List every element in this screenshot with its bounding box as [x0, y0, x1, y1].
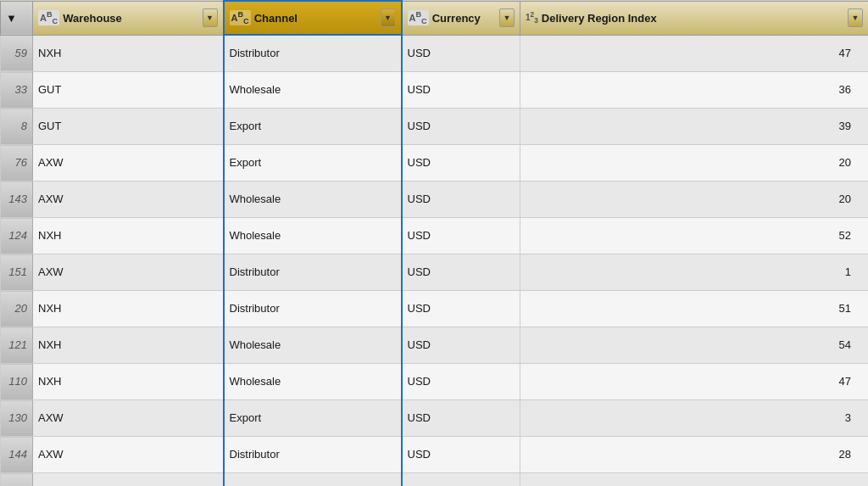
currency-cell: USD	[402, 218, 520, 254]
table-row[interactable]: 8GUTExportUSD39	[1, 109, 869, 145]
row-index-cell: 59	[1, 35, 33, 72]
warehouse-cell: AXW	[33, 145, 224, 182]
delivery-cell: 51	[520, 291, 869, 327]
warehouse-cell: AXW	[33, 182, 224, 218]
currency-header-label: Currency	[432, 12, 481, 25]
currency-cell: USD	[402, 327, 520, 364]
table-row[interactable]: 76AXWExportUSD20	[1, 145, 869, 182]
row-index-cell: 144	[1, 437, 33, 473]
currency-cell: USD	[402, 364, 520, 400]
table-row[interactable]: 130NXHExportUSD57	[1, 473, 869, 487]
index-header: ▼	[1, 1, 33, 35]
row-index-cell: 76	[1, 145, 33, 182]
warehouse-cell: NXH	[33, 218, 224, 254]
channel-cell: Distributor	[224, 254, 402, 291]
warehouse-cell: NXH	[33, 291, 224, 327]
row-index-cell: 33	[1, 72, 33, 109]
currency-cell: USD	[402, 437, 520, 473]
table-row[interactable]: 33GUTWholesaleUSD36	[1, 72, 869, 109]
table-row[interactable]: 20NXHDistributorUSD51	[1, 291, 869, 327]
channel-cell: Distributor	[224, 437, 402, 473]
abc-type-icon-active: ABC	[230, 10, 251, 25]
delivery-header-label: Delivery Region Index	[542, 12, 657, 25]
channel-cell: Export	[224, 145, 402, 182]
row-index-cell: 110	[1, 364, 33, 400]
table-row[interactable]: 144AXWDistributorUSD28	[1, 437, 869, 473]
channel-header-label: Channel	[254, 12, 298, 25]
warehouse-cell: AXW	[33, 400, 224, 437]
currency-cell: USD	[402, 182, 520, 218]
table-row[interactable]: 151AXWDistributorUSD1	[1, 254, 869, 291]
abc-type-icon: ABC	[408, 10, 429, 25]
num-type-icon: 123	[526, 10, 538, 25]
channel-column-header[interactable]: ABC Channel ▼	[224, 1, 402, 35]
currency-cell: USD	[402, 109, 520, 145]
delivery-cell: 20	[520, 182, 869, 218]
warehouse-cell: AXW	[33, 437, 224, 473]
currency-cell: USD	[402, 400, 520, 437]
sort-icon: ▼	[6, 12, 17, 25]
warehouse-column-header[interactable]: ABC Warehouse ▼	[33, 1, 224, 35]
delivery-cell: 3	[520, 400, 869, 437]
row-index-cell: 130	[1, 400, 33, 437]
channel-cell: Distributor	[224, 291, 402, 327]
data-table: ▼ ABC Warehouse ▼ ABC Channel ▼	[0, 0, 868, 486]
table-row[interactable]: 143AXWWholesaleUSD20	[1, 182, 869, 218]
channel-filter-button[interactable]: ▼	[381, 8, 396, 27]
table-row[interactable]: 59NXHDistributorUSD47	[1, 35, 869, 72]
currency-column-header[interactable]: ABC Currency ▼	[402, 1, 520, 35]
table-row[interactable]: 124NXHWholesaleUSD52	[1, 218, 869, 254]
row-index-cell: 121	[1, 327, 33, 364]
delivery-cell: 47	[520, 35, 869, 72]
delivery-cell: 1	[520, 254, 869, 291]
row-index-cell: 124	[1, 218, 33, 254]
warehouse-cell: NXH	[33, 327, 224, 364]
delivery-cell: 47	[520, 364, 869, 400]
table-row[interactable]: 110NXHWholesaleUSD47	[1, 364, 869, 400]
currency-cell: USD	[402, 473, 520, 487]
row-index-cell: 130	[1, 473, 33, 487]
row-index-cell: 143	[1, 182, 33, 218]
delivery-column-header[interactable]: 123 Delivery Region Index ▼	[520, 1, 869, 35]
delivery-cell: 20	[520, 145, 869, 182]
table-body: 59NXHDistributorUSD4733GUTWholesaleUSD36…	[1, 35, 869, 486]
delivery-cell: 52	[520, 218, 869, 254]
row-index-cell: 151	[1, 254, 33, 291]
channel-cell: Wholesale	[224, 182, 402, 218]
channel-cell: Export	[224, 473, 402, 487]
currency-cell: USD	[402, 72, 520, 109]
channel-cell: Wholesale	[224, 218, 402, 254]
channel-cell: Wholesale	[224, 72, 402, 109]
warehouse-filter-button[interactable]: ▼	[203, 8, 218, 27]
warehouse-header-label: Warehouse	[63, 12, 122, 25]
delivery-cell: 39	[520, 109, 869, 145]
row-index-cell: 20	[1, 291, 33, 327]
warehouse-cell: AXW	[33, 254, 224, 291]
currency-cell: USD	[402, 35, 520, 72]
delivery-filter-button[interactable]: ▼	[848, 8, 863, 27]
table-row[interactable]: 121NXHWholesaleUSD54	[1, 327, 869, 364]
channel-cell: Distributor	[224, 35, 402, 72]
warehouse-cell: GUT	[33, 72, 224, 109]
table-row[interactable]: 130AXWExportUSD3	[1, 400, 869, 437]
warehouse-cell: GUT	[33, 109, 224, 145]
channel-cell: Wholesale	[224, 364, 402, 400]
channel-cell: Export	[224, 400, 402, 437]
warehouse-cell: NXH	[33, 35, 224, 72]
currency-cell: USD	[402, 291, 520, 327]
channel-cell: Export	[224, 109, 402, 145]
warehouse-cell: NXH	[33, 364, 224, 400]
delivery-cell: 36	[520, 72, 869, 109]
currency-cell: USD	[402, 145, 520, 182]
currency-filter-button[interactable]: ▼	[499, 8, 515, 27]
delivery-cell: 54	[520, 327, 869, 364]
row-index-cell: 8	[1, 109, 33, 145]
currency-cell: USD	[402, 254, 520, 291]
channel-cell: Wholesale	[224, 327, 402, 364]
delivery-cell: 28	[520, 437, 869, 473]
abc-type-icon: ABC	[38, 10, 59, 25]
warehouse-cell: NXH	[33, 473, 224, 487]
delivery-cell: 57	[520, 473, 869, 487]
